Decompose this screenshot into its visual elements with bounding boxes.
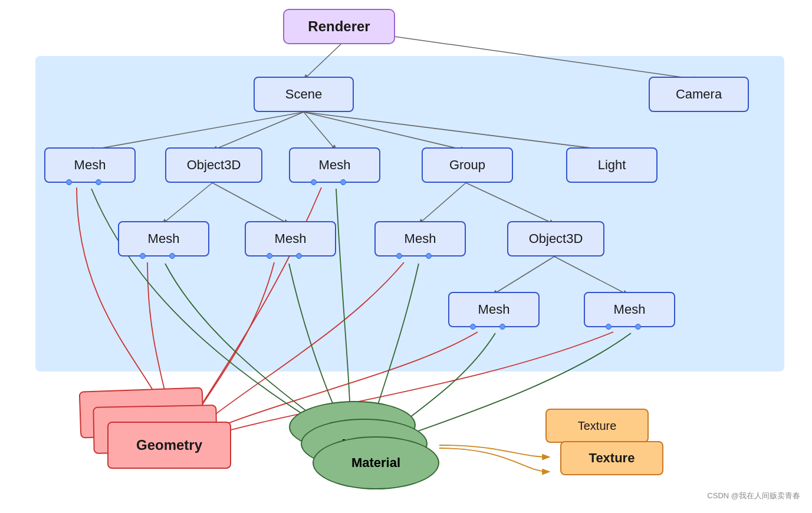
mesh6-node: Mesh [448,292,540,327]
mesh2-node: Mesh [289,147,380,183]
mesh5-node: Mesh [374,221,466,256]
geometry1-node: Geometry [107,422,231,469]
mesh4-node: Mesh [245,221,336,256]
light-node: Light [566,147,658,183]
mesh7-node: Mesh [584,292,675,327]
texture1-node: Texture [545,409,649,443]
object3d1-node: Object3D [165,147,262,183]
object3d2-node: Object3D [507,221,604,256]
material1-node: Material [313,436,439,489]
camera-node: Camera [649,77,749,112]
renderer-node: Renderer [283,9,395,44]
texture2-node: Texture [560,441,663,475]
mesh1-node: Mesh [44,147,136,183]
mesh3-node: Mesh [118,221,209,256]
scene-node: Scene [254,77,354,112]
group-node: Group [422,147,513,183]
watermark: CSDN @我在人间贩卖青春 [707,491,800,501]
diagram: Renderer Scene Camera Mesh Object3D Mesh… [0,0,812,513]
